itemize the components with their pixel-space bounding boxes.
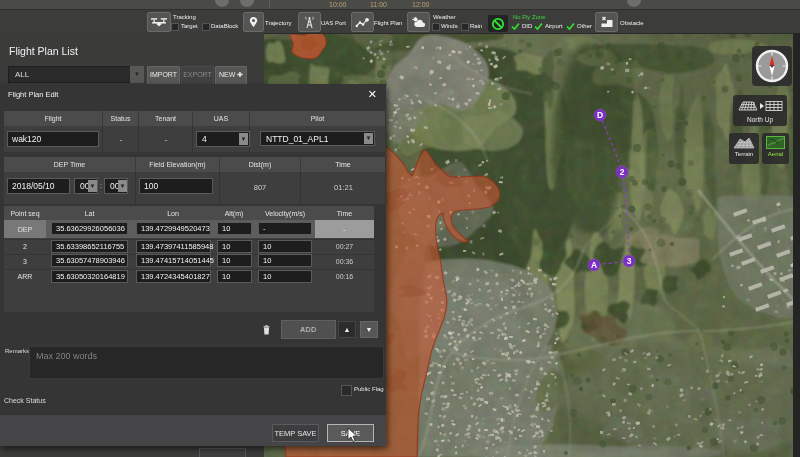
svg-text:3: 3 <box>627 256 632 266</box>
svg-text:2: 2 <box>620 167 625 177</box>
svg-text:D: D <box>597 110 603 120</box>
svg-text:A: A <box>591 260 597 270</box>
